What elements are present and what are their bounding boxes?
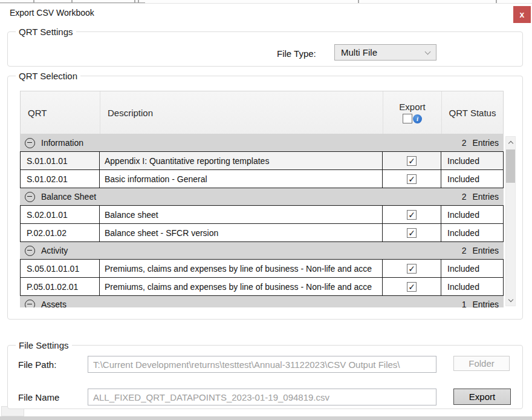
- qrt-table-rows: Information2EntriesS.01.01.01Appendix I:…: [20, 134, 504, 307]
- export-cell: ✓: [383, 278, 441, 295]
- qrt-status-cell: Included: [441, 224, 503, 241]
- export-checkbox[interactable]: ✓: [407, 156, 417, 166]
- export-checkbox[interactable]: ✓: [407, 282, 417, 292]
- file-type-value: Multi File: [341, 47, 377, 57]
- table-row-S.01.01.01[interactable]: S.01.01.01Appendix I: Quantitative repor…: [20, 151, 504, 170]
- export-checkbox[interactable]: ✓: [407, 174, 417, 184]
- folder-button[interactable]: Folder: [453, 356, 510, 371]
- scrollbar-down-button[interactable]: [506, 295, 515, 306]
- group-entries-label: Entries: [472, 192, 499, 202]
- export-cell: ✓: [383, 224, 441, 241]
- export-cell: ✓: [383, 206, 441, 223]
- group-row-activity[interactable]: Activity2Entries: [20, 242, 504, 259]
- column-header-qrt-status[interactable]: QRT Status: [442, 91, 503, 134]
- export-cell: ✓: [383, 152, 441, 169]
- file-type-label: File Type:: [277, 48, 316, 59]
- group-entries-label: Entries: [472, 246, 499, 255]
- group-row-information[interactable]: Information2Entries: [20, 134, 504, 151]
- table-row-P.05.01.02.01[interactable]: P.05.01.02.01Premiums, claims and expens…: [20, 277, 504, 296]
- export-button[interactable]: Export: [453, 389, 511, 405]
- collapse-icon[interactable]: [25, 138, 35, 148]
- group-name: Assets: [41, 300, 66, 307]
- export-header-label: Export: [399, 102, 425, 112]
- group-row-balance-sheet[interactable]: Balance Sheet2Entries: [20, 188, 504, 205]
- export-cell: ✓: [383, 170, 441, 188]
- group-entries-label: Entries: [472, 300, 499, 307]
- background-mark: [496, 0, 497, 3]
- group-entry-count: 2: [462, 138, 467, 148]
- collapse-icon[interactable]: [25, 300, 35, 308]
- background-line: [0, 2, 145, 3]
- scrollbar-up-button[interactable]: [506, 137, 515, 147]
- chevron-down-icon: [425, 49, 431, 55]
- column-header-description[interactable]: Description: [100, 91, 383, 134]
- export-checkbox[interactable]: ✓: [407, 210, 417, 220]
- table-row-S.01.02.01[interactable]: S.01.02.01Basic information - General✓In…: [20, 169, 504, 188]
- info-icon[interactable]: i: [413, 114, 422, 123]
- qrt-code-cell: P.05.01.02.01: [21, 278, 100, 295]
- qrt-status-cell: Included: [441, 152, 503, 169]
- group-entry-count: 2: [462, 192, 467, 202]
- chevron-down-icon: [508, 297, 513, 301]
- qrt-selection-label: QRT Selection: [16, 71, 80, 81]
- export-cell: ✓: [383, 260, 441, 277]
- description-cell: Appendix I: Quantitative reporting templ…: [100, 152, 383, 169]
- description-cell: Premiums, claims and expenses by line of…: [100, 260, 383, 277]
- description-cell: Balance sheet: [100, 206, 383, 223]
- table-scrollbar[interactable]: [505, 136, 516, 306]
- group-name: Information: [41, 138, 83, 148]
- collapse-icon[interactable]: [25, 246, 35, 256]
- group-entries-label: Entries: [472, 138, 499, 148]
- group-entry-count: 2: [462, 246, 467, 255]
- qrt-code-cell: S.05.01.01.01: [21, 260, 100, 277]
- group-name: Activity: [41, 246, 68, 255]
- file-name-input[interactable]: [88, 389, 436, 405]
- qrt-status-cell: Included: [441, 260, 503, 277]
- scrollbar-thumb[interactable]: [506, 149, 515, 183]
- qrt-code-cell: S.01.01.01: [21, 152, 100, 169]
- table-row-S.05.01.01.01[interactable]: S.05.01.01.01Premiums, claims and expens…: [20, 259, 504, 278]
- close-button[interactable]: x: [513, 6, 531, 23]
- description-cell: Premiums, claims and expenses by line of…: [100, 278, 383, 295]
- group-entry-count: 1: [462, 300, 467, 307]
- qrt-table-header: QRT Description Export i QRT Status: [20, 91, 504, 134]
- column-header-qrt[interactable]: QRT: [21, 91, 100, 134]
- description-cell: Basic information - General: [100, 170, 383, 188]
- group-name: Balance Sheet: [41, 192, 96, 202]
- collapse-icon[interactable]: [25, 192, 35, 202]
- qrt-status-cell: Included: [441, 278, 503, 295]
- background-app-bottom-strip: [0, 416, 532, 420]
- file-settings-label: File Settings: [16, 340, 72, 350]
- qrt-settings-label: QRT Settings: [16, 27, 76, 37]
- chevron-up-icon: [508, 140, 513, 145]
- file-path-input[interactable]: [88, 356, 436, 373]
- background-mark: [358, 0, 359, 3]
- group-row-assets[interactable]: Assets1Entries: [20, 296, 504, 307]
- file-path-label: File Path:: [18, 359, 56, 370]
- export-checkbox[interactable]: ✓: [407, 228, 417, 238]
- qrt-code-cell: P.02.01.02: [21, 224, 100, 241]
- select-all-checkbox[interactable]: [403, 114, 412, 123]
- qrt-settings-groupbox: QRT Settings: [7, 31, 523, 67]
- file-name-label: File Name: [18, 392, 59, 402]
- description-cell: Balance sheet - SFCR version: [100, 224, 383, 241]
- file-type-dropdown[interactable]: Multi File: [334, 44, 436, 61]
- qrt-status-cell: Included: [441, 170, 503, 188]
- export-button-label: Export: [469, 392, 495, 402]
- column-header-export: Export i: [383, 91, 442, 134]
- qrt-code-cell: S.01.02.01: [21, 170, 100, 188]
- export-checkbox[interactable]: ✓: [407, 264, 417, 274]
- table-row-P.02.01.02[interactable]: P.02.01.02Balance sheet - SFCR version✓I…: [20, 223, 504, 242]
- close-icon: x: [520, 10, 525, 19]
- folder-button-label: Folder: [469, 358, 495, 369]
- table-row-S.02.01.01[interactable]: S.02.01.01Balance sheet✓Included: [20, 205, 504, 224]
- background-app-strip: [0, 0, 532, 4]
- qrt-status-cell: Included: [441, 206, 503, 223]
- qrt-code-cell: S.02.01.01: [21, 206, 100, 223]
- dialog-title: Export CSV Workbook: [10, 8, 94, 18]
- qrt-table: QRT Description Export i QRT Status Info…: [20, 91, 516, 307]
